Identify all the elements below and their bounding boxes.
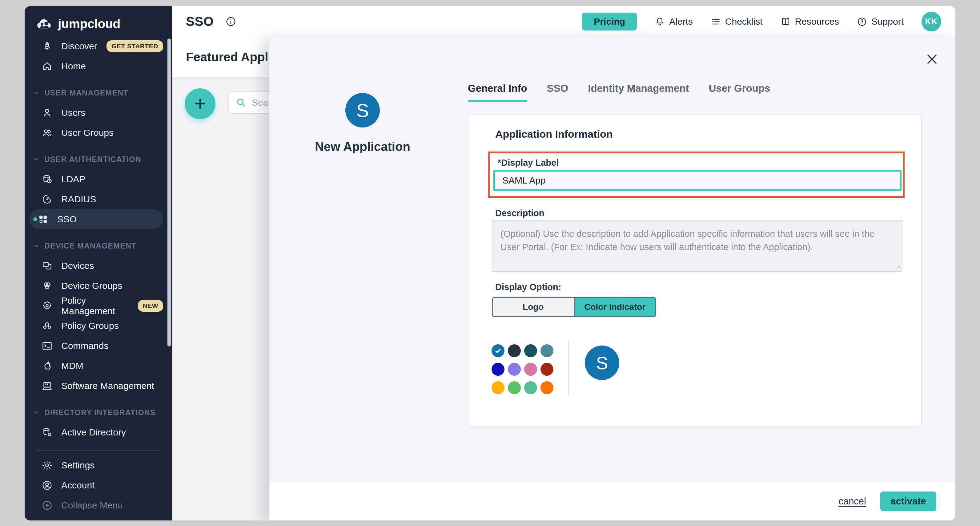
sidebar-item-label: User Groups [61, 128, 114, 138]
color-swatch[interactable] [524, 344, 537, 357]
jumpcloud-logo[interactable]: jumpcloud [35, 17, 172, 31]
sidebar-item-software-management[interactable]: Software Management [25, 376, 172, 396]
sidebar-scrollbar[interactable] [167, 38, 171, 346]
color-swatch[interactable] [508, 344, 521, 357]
database-clock-icon [41, 174, 52, 185]
color-swatch[interactable] [508, 381, 521, 394]
section-device-management[interactable]: DEVICE MANAGEMENT [25, 236, 172, 256]
nav-label: Resources [795, 16, 839, 27]
display-label-input[interactable] [493, 170, 902, 191]
policy-icon [41, 300, 52, 311]
tab-general-info[interactable]: General Info [468, 83, 527, 102]
checklist-button[interactable]: Checklist [711, 16, 763, 27]
sidebar-item-label: MDM [61, 360, 83, 371]
checklist-icon [711, 17, 721, 27]
new-badge: NEW [138, 300, 164, 312]
section-title: USER MANAGEMENT [45, 88, 128, 97]
tab-user-groups[interactable]: User Groups [708, 83, 770, 102]
sidebar-item-mdm[interactable]: MDM [25, 356, 172, 376]
nav-label: Checklist [725, 16, 763, 27]
activate-button[interactable]: activate [880, 491, 936, 511]
alerts-button[interactable]: Alerts [655, 16, 693, 27]
description-field-wrap [492, 220, 902, 272]
sidebar-item-label: Device Groups [61, 281, 122, 291]
user-avatar[interactable]: KK [921, 12, 941, 32]
sidebar-item-account[interactable]: Account [25, 475, 172, 495]
tab-sso[interactable]: SSO [547, 83, 568, 102]
color-indicator-preview: S [585, 346, 619, 380]
sidebar-item-label: Software Management [61, 381, 154, 391]
check-icon [494, 347, 502, 355]
sidebar-item-user-groups[interactable]: User Groups [25, 123, 172, 143]
sidebar-item-device-groups[interactable]: Device Groups [25, 276, 172, 296]
sidebar-item-label: Home [61, 61, 86, 72]
logo-text: jumpcloud [58, 17, 120, 31]
sidebar-item-collapse-menu[interactable]: Collapse Menu [25, 495, 172, 515]
sidebar-item-active-directory[interactable]: Active Directory [25, 422, 172, 442]
color-swatch[interactable] [541, 381, 554, 394]
close-icon [924, 52, 939, 67]
sidebar-item-devices[interactable]: Devices [25, 256, 172, 276]
nav-label: Alerts [669, 16, 693, 27]
section-user-authentication[interactable]: USER AUTHENTICATION [25, 149, 172, 169]
tab-identity-management[interactable]: Identity Management [588, 83, 689, 102]
display-option-label: Display Option: [495, 282, 561, 292]
sidebar-item-ldap[interactable]: LDAP [25, 169, 172, 189]
option-logo[interactable]: Logo [493, 298, 574, 316]
info-icon[interactable] [225, 16, 236, 27]
app-avatar: S [345, 93, 380, 128]
plus-icon [192, 96, 207, 111]
sidebar-item-policy-groups[interactable]: Policy Groups [25, 316, 172, 336]
close-button[interactable] [924, 52, 939, 67]
sidebar-item-users[interactable]: Users [25, 102, 172, 123]
color-swatch[interactable] [492, 381, 504, 394]
color-swatch[interactable] [524, 381, 537, 394]
nav-label: Support [871, 16, 904, 27]
section-user-management[interactable]: USER MANAGEMENT [25, 83, 172, 102]
sidebar-item-commands[interactable]: Commands [25, 336, 172, 356]
color-swatch[interactable] [508, 363, 521, 376]
search-icon [236, 97, 246, 108]
sidebar-item-settings[interactable]: Settings [25, 455, 172, 475]
color-swatch-selected[interactable] [492, 344, 504, 357]
section-directory-integrations[interactable]: DIRECTORY INTEGRATIONS [25, 403, 172, 422]
user-icon [41, 107, 52, 118]
sidebar-item-discover[interactable]: Discover GET STARTED [25, 36, 172, 56]
support-button[interactable]: Support [857, 16, 904, 27]
sidebar-item-sso[interactable]: SSO [29, 209, 163, 229]
option-color-indicator[interactable]: Color Indicator [574, 298, 655, 316]
resources-button[interactable]: Resources [781, 16, 839, 27]
description-textarea[interactable] [492, 220, 902, 272]
app-name: New Application [315, 140, 410, 154]
sidebar-item-radius[interactable]: RADIUS [25, 189, 172, 209]
pricing-button[interactable]: Pricing [582, 13, 637, 30]
color-swatch[interactable] [524, 363, 537, 376]
sidebar-item-label: Policy Groups [61, 320, 119, 331]
color-swatch[interactable] [541, 344, 554, 357]
sidebar-divider [37, 450, 160, 451]
sidebar-item-label: Settings [61, 460, 94, 470]
new-application-modal: S New Application General Info SSO Ident… [269, 37, 955, 520]
sidebar-item-home[interactable]: Home [25, 56, 172, 76]
laptop-icon [41, 380, 52, 391]
sidebar-item-policy-management[interactable]: Policy Management NEW [25, 296, 172, 316]
color-swatch[interactable] [541, 363, 554, 376]
card-title: Application Information [495, 128, 613, 140]
section-title: DEVICE MANAGEMENT [45, 241, 136, 250]
resize-handle-icon[interactable] [894, 262, 900, 269]
chevron-down-icon [33, 89, 40, 96]
terminal-icon [41, 340, 52, 351]
color-swatch-grid [492, 344, 554, 394]
gear-icon [41, 460, 52, 471]
main-area: SSO Pricing Alerts Checklist Resources [172, 6, 955, 520]
color-swatch[interactable] [492, 363, 504, 376]
display-label: *Display Label [498, 158, 558, 168]
chevron-down-icon [33, 242, 40, 249]
sidebar-item-label: Commands [61, 341, 108, 351]
top-nav: Pricing Alerts Checklist Resources Suppo… [582, 12, 941, 32]
add-application-button[interactable] [185, 88, 215, 119]
rocket-icon [41, 41, 52, 52]
chevron-down-icon [33, 409, 40, 416]
cancel-button[interactable]: cancel [838, 496, 866, 507]
section-title: DIRECTORY INTEGRATIONS [45, 408, 156, 417]
